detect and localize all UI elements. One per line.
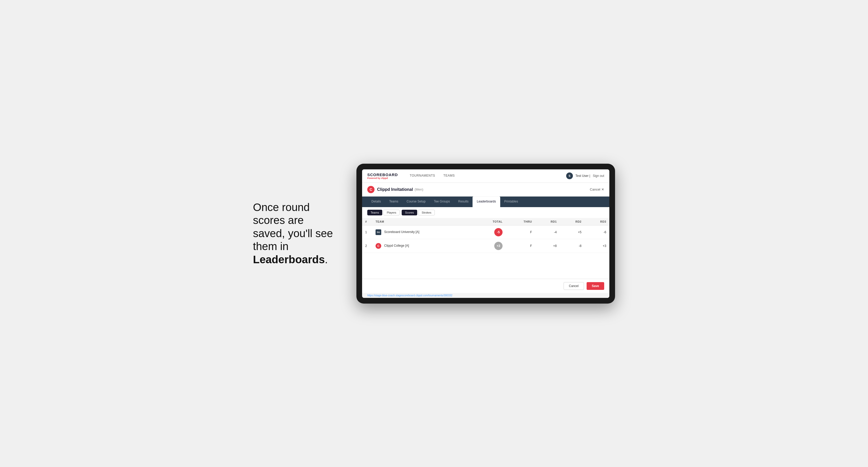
status-url: https://stage-blue-coach.stagescoreboard…: [367, 294, 452, 297]
tournament-icon: C: [367, 186, 374, 193]
tablet-screen: SCOREBOARD Powered by clippd TOURNAMENTS…: [362, 169, 609, 298]
team-logo-su: SU: [376, 229, 381, 235]
logo-title: SCOREBOARD: [367, 173, 398, 177]
table-row: 1 SU Scoreboard University [A] -5 F -4 +…: [362, 225, 609, 239]
row2-total: +3: [473, 239, 506, 253]
tab-printables[interactable]: Printables: [500, 196, 522, 207]
col-thru: THRU: [506, 218, 535, 225]
team-name-1: Scoreboard University [A]: [384, 230, 419, 234]
row2-rd3: +3: [585, 239, 609, 253]
row1-rd1: -4: [535, 225, 560, 239]
col-rd3: RD3: [585, 218, 609, 225]
nav-right: S Test User | Sign out: [566, 173, 604, 179]
tournament-gender: (Men): [414, 187, 424, 191]
team-logo-c: C: [376, 243, 381, 249]
bottom-bar: Cancel Save: [362, 279, 609, 293]
nav-links: TOURNAMENTS TEAMS: [406, 169, 459, 183]
cancel-button-top[interactable]: Cancel ✕: [590, 187, 604, 191]
logo-area: SCOREBOARD Powered by clippd: [367, 173, 398, 180]
row1-rd3: -6: [585, 225, 609, 239]
col-rank: #: [362, 218, 372, 225]
user-name: Test User |: [576, 174, 590, 178]
tab-tee-groups[interactable]: Tee Groups: [430, 196, 454, 207]
top-navigation: SCOREBOARD Powered by clippd TOURNAMENTS…: [362, 169, 609, 183]
row2-rd1: +8: [535, 239, 560, 253]
table-row: 2 C Clippd College [A] +3 F +8 -8 +3: [362, 239, 609, 253]
status-bar: https://stage-blue-coach.stagescoreboard…: [362, 293, 609, 298]
logo-subtitle: Powered by clippd: [367, 177, 398, 180]
score-badge-1: -5: [494, 228, 502, 236]
left-description: Once roundscores aresaved, you'll seethe…: [253, 201, 336, 266]
row2-rank: 2: [362, 239, 372, 253]
tab-details[interactable]: Details: [367, 196, 385, 207]
subtab-scores[interactable]: Scores: [402, 210, 417, 215]
save-button[interactable]: Save: [587, 282, 604, 290]
col-team: TEAM: [372, 218, 473, 225]
col-rd1: RD1: [535, 218, 560, 225]
row1-rd2: +5: [560, 225, 585, 239]
row1-rank: 1: [362, 225, 372, 239]
leaderboards-bold: Leaderboards: [253, 253, 325, 266]
sub-tabs: Teams Players Scores Strokes: [362, 207, 609, 218]
tab-course-setup[interactable]: Course Setup: [402, 196, 430, 207]
col-total: TOTAL: [473, 218, 506, 225]
tablet-device: SCOREBOARD Powered by clippd TOURNAMENTS…: [356, 164, 615, 304]
row2-thru: F: [506, 239, 535, 253]
tab-bar: Details Teams Course Setup Tee Groups Re…: [362, 196, 609, 207]
row1-total: -5: [473, 225, 506, 239]
subtab-players[interactable]: Players: [383, 210, 400, 215]
subtab-strokes[interactable]: Strokes: [418, 210, 435, 215]
table-header-row: # TEAM TOTAL THRU RD1 RD2 RD3: [362, 218, 609, 225]
col-rd2: RD2: [560, 218, 585, 225]
tab-teams[interactable]: Teams: [385, 196, 402, 207]
score-badge-2: +3: [494, 242, 502, 250]
tab-leaderboards[interactable]: Leaderboards: [472, 196, 500, 207]
tournament-header: C Clippd Invitational (Men) Cancel ✕: [362, 183, 609, 196]
user-avatar: S: [566, 173, 573, 179]
tab-results[interactable]: Results: [454, 196, 472, 207]
sign-out-link[interactable]: Sign out: [593, 174, 604, 178]
row2-rd2: -8: [560, 239, 585, 253]
tournament-name: Clippd Invitational: [377, 187, 413, 192]
cancel-button-bottom[interactable]: Cancel: [564, 282, 584, 290]
row1-team: SU Scoreboard University [A]: [372, 225, 473, 239]
description-text: Once roundscores aresaved, you'll seethe…: [253, 201, 333, 266]
nav-teams[interactable]: TEAMS: [439, 169, 459, 183]
row1-thru: F: [506, 225, 535, 239]
nav-tournaments[interactable]: TOURNAMENTS: [406, 169, 439, 183]
team-name-2: Clippd College [A]: [384, 244, 409, 247]
subtab-teams[interactable]: Teams: [367, 210, 382, 215]
row2-team: C Clippd College [A]: [372, 239, 473, 253]
leaderboard-table: # TEAM TOTAL THRU RD1 RD2 RD3 1 SU: [362, 218, 609, 253]
